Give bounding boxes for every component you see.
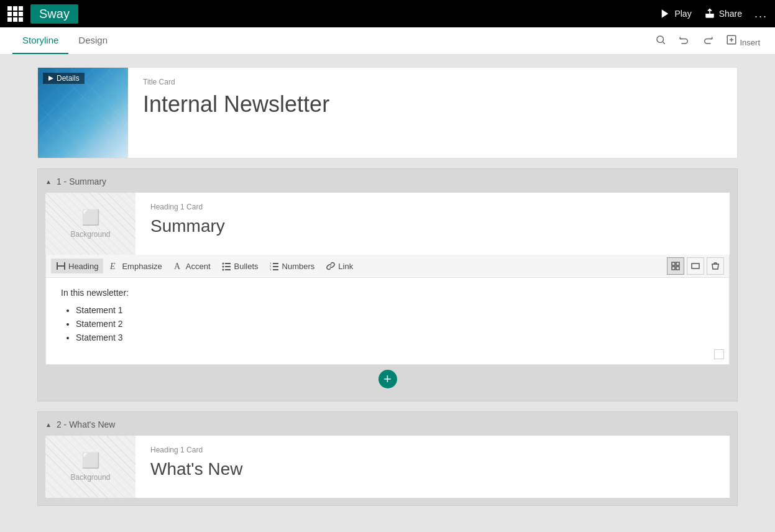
section-1-background-image[interactable]: ⬜ Background	[45, 193, 135, 255]
section-2-label: 2 - What's New	[57, 420, 116, 429]
tab-storyline[interactable]: Storyline	[12, 27, 68, 54]
more-options-button[interactable]: ...	[754, 7, 768, 21]
background-label: Background	[70, 230, 110, 239]
play-icon-small	[48, 75, 54, 81]
accent-button[interactable]: A Accent	[168, 259, 216, 273]
background-label-2: Background	[70, 473, 110, 482]
svg-rect-28	[676, 267, 679, 270]
link-button[interactable]: Link	[321, 259, 358, 273]
section-1: ▲ 1 - Summary ⬜ Background Heading 1 Car…	[37, 168, 738, 401]
section-2-header[interactable]: ▲ 2 - What's New	[45, 420, 730, 429]
title-card-title[interactable]: Internal Newsletter	[143, 91, 722, 117]
top-bar-left: Sway	[7, 4, 78, 24]
focus-small-button[interactable]	[667, 257, 684, 275]
delete-icon	[711, 262, 720, 270]
toolbar-right	[667, 257, 724, 275]
top-bar: Sway Play Share ...	[0, 0, 775, 27]
focus-large-button[interactable]	[687, 257, 704, 275]
waffle-icon[interactable]	[7, 6, 23, 22]
heading-button[interactable]: Heading	[51, 259, 103, 273]
insert-button[interactable]: Insert	[723, 32, 763, 50]
svg-text:A: A	[174, 262, 181, 271]
emphasize-icon: E	[109, 261, 119, 271]
section-2: ▲ 2 - What's New ⬜ Background Heading 1 …	[37, 411, 738, 506]
heading-type-label: Heading 1 Card	[150, 203, 715, 211]
svg-point-2	[657, 36, 664, 43]
toolbar-left: Heading E Emphasize A Accent Bullets 1.2…	[51, 259, 358, 273]
title-card-type: Title Card	[143, 78, 722, 86]
play-icon	[659, 8, 671, 19]
list-item-2[interactable]: Statement 2	[76, 319, 714, 329]
play-button[interactable]: Play	[659, 8, 691, 19]
bullets-button[interactable]: Bullets	[217, 259, 264, 273]
section-1-heading-title[interactable]: Summary	[150, 216, 715, 236]
svg-line-3	[663, 42, 665, 44]
svg-rect-20	[273, 263, 278, 264]
main-content: Details Title Card Internal Newsletter ▲…	[0, 55, 775, 532]
svg-rect-18	[225, 269, 231, 270]
section-1-header[interactable]: ▲ 1 - Summary	[45, 177, 730, 186]
play-label: Play	[674, 9, 691, 19]
list-item-3[interactable]: Statement 3	[76, 332, 714, 342]
add-card-button[interactable]: +	[378, 370, 397, 388]
svg-rect-29	[692, 264, 699, 268]
tab-design[interactable]: Design	[68, 27, 117, 54]
numbers-icon: 1.2.3.	[270, 261, 280, 271]
svg-rect-10	[57, 265, 65, 267]
svg-rect-24	[273, 269, 278, 270]
section-2-heading-card: ⬜ Background Heading 1 Card What's New	[45, 436, 730, 498]
section-2-heading-content: Heading 1 Card What's New	[135, 436, 730, 498]
svg-rect-16	[225, 266, 231, 267]
top-bar-right: Play Share ...	[659, 7, 768, 21]
undo-icon	[679, 34, 690, 45]
svg-point-13	[222, 263, 224, 265]
section-1-heading-card: ⬜ Background Heading 1 Card Summary	[45, 193, 730, 255]
link-icon	[326, 261, 336, 271]
nav-bar: Storyline Design Insert	[0, 27, 775, 55]
resize-handle[interactable]	[714, 349, 724, 359]
title-card: Details Title Card Internal Newsletter	[37, 67, 738, 158]
text-intro[interactable]: In this newsletter:	[61, 288, 714, 298]
redo-button[interactable]	[700, 32, 716, 50]
undo-button[interactable]	[676, 32, 692, 50]
section-1-label: 1 - Summary	[57, 177, 106, 186]
search-button[interactable]	[653, 32, 669, 50]
nav-tabs: Storyline Design	[12, 27, 117, 54]
delete-button[interactable]	[707, 257, 724, 275]
image-placeholder-icon: ⬜	[81, 209, 100, 226]
search-icon	[655, 34, 666, 45]
emphasize-button[interactable]: E Emphasize	[104, 259, 167, 273]
svg-text:E: E	[109, 262, 116, 271]
redo-icon	[702, 34, 713, 45]
title-card-content: Title Card Internal Newsletter	[128, 68, 737, 158]
svg-rect-25	[672, 262, 675, 265]
svg-point-15	[222, 266, 224, 268]
collapse-icon: ▲	[45, 178, 52, 185]
section-2-heading-title[interactable]: What's New	[150, 459, 715, 479]
heading-type-label-2: Heading 1 Card	[150, 446, 715, 454]
accent-icon: A	[173, 261, 183, 271]
insert-icon	[726, 34, 737, 45]
share-label: Share	[719, 9, 742, 19]
section-2-background-image[interactable]: ⬜ Background	[45, 436, 135, 498]
svg-rect-26	[676, 262, 679, 265]
app-logo[interactable]: Sway	[30, 4, 78, 24]
text-toolbar: Heading E Emphasize A Accent Bullets 1.2…	[45, 255, 730, 278]
svg-text:3.: 3.	[270, 268, 272, 271]
list-item-1[interactable]: Statement 1	[76, 305, 714, 315]
text-content-card: In this newsletter: Statement 1 Statemen…	[45, 278, 730, 365]
image-placeholder-icon-2: ⬜	[81, 452, 100, 469]
share-button[interactable]: Share	[704, 8, 742, 19]
details-button[interactable]: Details	[43, 73, 85, 84]
heading-icon	[56, 261, 66, 271]
collapse-icon-2: ▲	[45, 421, 52, 428]
focus-large-icon	[691, 262, 700, 270]
bullets-icon	[222, 261, 232, 271]
focus-small-icon	[671, 262, 680, 270]
nav-actions: Insert	[653, 32, 763, 50]
svg-point-17	[222, 269, 224, 271]
share-icon	[704, 8, 715, 19]
numbers-button[interactable]: 1.2.3. Numbers	[265, 259, 320, 273]
svg-marker-0	[662, 9, 669, 18]
section-1-heading-content: Heading 1 Card Summary	[135, 193, 730, 255]
